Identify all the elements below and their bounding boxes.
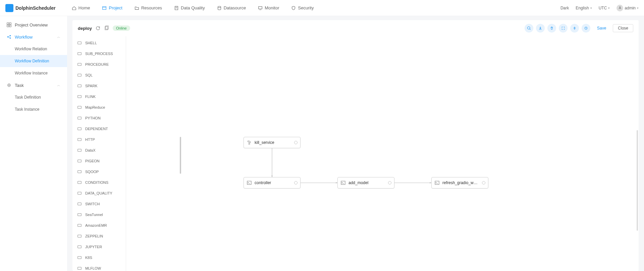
palette-mapreduce[interactable]: MapReduce (72, 102, 126, 113)
workflow-canvas[interactable]: kill_servicecontrolleradd_modelrefresh_g… (126, 36, 639, 271)
node-refresh[interactable]: refresh_gradio_web… (431, 177, 488, 188)
format-button[interactable] (570, 24, 579, 33)
sidebar-task-label: Task (15, 83, 24, 88)
py-icon (77, 116, 82, 120)
nav-label: Resources (141, 5, 162, 10)
svg-line-22 (530, 29, 530, 30)
nav-security[interactable]: Security (286, 0, 319, 16)
brand-logo[interactable]: DolphinScheduler (5, 4, 56, 12)
language-dropdown[interactable]: English ▾ (576, 6, 592, 10)
palette-label: AmazonEMR (85, 223, 107, 227)
palette-zeppelin[interactable]: ZEPPELIN (72, 231, 126, 241)
palette-spark[interactable]: SPARK (72, 80, 126, 91)
sidebar-task-instance[interactable]: Task Instance (0, 103, 67, 115)
jup-icon (77, 245, 82, 249)
nav-label: Monitor (265, 5, 279, 10)
svg-rect-38 (78, 171, 82, 173)
palette-shell[interactable]: SHELL (72, 38, 126, 48)
palette-label: SUB_PROCESS (85, 52, 113, 56)
sidebar-task-definition[interactable]: Task Definition (0, 91, 67, 103)
refresh-icon[interactable] (95, 25, 101, 31)
svg-rect-32 (78, 106, 82, 109)
nav-resources[interactable]: Resources (129, 0, 167, 16)
svg-rect-43 (78, 224, 82, 227)
palette-scrollbar[interactable] (180, 137, 181, 174)
svg-point-13 (10, 35, 11, 37)
nav-label: Security (298, 5, 314, 10)
nav-data-quality[interactable]: Data Quality (169, 0, 210, 16)
svg-rect-29 (78, 74, 82, 76)
timezone-dropdown[interactable]: UTC ▾ (599, 6, 610, 10)
close-button[interactable]: Close (613, 24, 633, 32)
palette-flink[interactable]: FLINK (72, 91, 126, 102)
download-button[interactable] (536, 24, 545, 33)
svg-rect-11 (9, 25, 11, 27)
chevron-up-icon: ︿ (57, 35, 60, 39)
node-kill_service[interactable]: kill_service (244, 137, 301, 148)
user-menu[interactable]: A admin ▾ (616, 5, 639, 11)
sidebar-workflow[interactable]: Workflow ︿ (0, 31, 67, 43)
svg-rect-28 (78, 63, 82, 66)
palette-datax[interactable]: DataX (72, 145, 126, 156)
delete-button[interactable] (547, 24, 556, 33)
sidebar-workflow-instance[interactable]: Workflow Instance (0, 67, 67, 79)
sidebar-workflow-definition[interactable]: Workflow Definition (0, 55, 67, 67)
svg-point-5 (218, 6, 221, 7)
sidebar-workflow-relation[interactable]: Workflow Relation (0, 43, 67, 55)
palette-label: CONDITIONS (85, 180, 108, 184)
palette-mlflow[interactable]: MLFLOW (72, 263, 126, 271)
palette-python[interactable]: PYTHON (72, 113, 126, 123)
node-status-icon (388, 181, 391, 184)
search-button[interactable] (525, 24, 533, 33)
pigeon-icon (77, 159, 82, 163)
palette-pigeon[interactable]: PIGEON (72, 156, 126, 166)
fullscreen-button[interactable] (559, 24, 568, 33)
save-button[interactable]: Save (593, 24, 610, 32)
palette-label: DEPENDENT (85, 127, 108, 131)
sidebar-task[interactable]: Task ︿ (0, 79, 67, 91)
palette-sqoop[interactable]: SQOOP (72, 166, 126, 177)
palette-jupyter[interactable]: JUPYTER (72, 241, 126, 252)
svg-point-24 (574, 28, 575, 29)
palette-dependent[interactable]: DEPENDENT (72, 123, 126, 134)
status-badge: Online (113, 25, 130, 31)
shell-icon (340, 180, 346, 185)
palette-k8s[interactable]: K8S (72, 252, 126, 263)
copy-icon[interactable] (104, 25, 109, 31)
nav-monitor[interactable]: Monitor (253, 0, 284, 16)
user-label: admin (625, 6, 636, 10)
palette-procedure[interactable]: PROCEDURE (72, 59, 126, 70)
svg-rect-45 (78, 246, 82, 248)
palette-seatunnel[interactable]: SeaTunnel (72, 209, 126, 220)
dq-icon (77, 191, 82, 196)
sidebar-overview-label: Project Overview (15, 22, 48, 28)
cond-icon (77, 180, 82, 185)
palette-conditions[interactable]: CONDITIONS (72, 177, 126, 188)
palette-amazonemr[interactable]: AmazonEMR (72, 220, 126, 231)
palette-sql[interactable]: SQL (72, 70, 126, 80)
nav-home[interactable]: Home (66, 0, 96, 16)
node-add_model[interactable]: add_model (337, 177, 394, 188)
sidebar-project-overview[interactable]: Project Overview (0, 19, 67, 31)
svg-rect-41 (78, 203, 82, 205)
shell-icon (434, 180, 440, 185)
nav-project[interactable]: Project (97, 0, 127, 16)
main-content: deploy Online (67, 16, 644, 271)
palette-label: PROCEDURE (85, 62, 109, 66)
nav-datasource[interactable]: Datasource (212, 0, 251, 16)
proc-icon (77, 62, 82, 67)
chevron-down-icon: ▾ (608, 6, 610, 10)
version-button[interactable] (582, 24, 590, 33)
theme-toggle[interactable]: Dark (560, 6, 569, 10)
palette-label: DataX (85, 148, 96, 152)
shell-icon (247, 180, 252, 185)
palette-sub_process[interactable]: SUB_PROCESS (72, 48, 126, 59)
palette-data_quality[interactable]: DATA_QUALITY (72, 188, 126, 199)
palette-http[interactable]: HTTP (72, 134, 126, 145)
palette-switch[interactable]: SWITCH (72, 199, 126, 209)
canvas-scrollbar[interactable] (637, 130, 638, 231)
svg-rect-6 (259, 6, 262, 9)
node-controller[interactable]: controller (244, 177, 301, 188)
palette-label: SQOOP (85, 170, 99, 174)
sub-icon (77, 51, 82, 56)
